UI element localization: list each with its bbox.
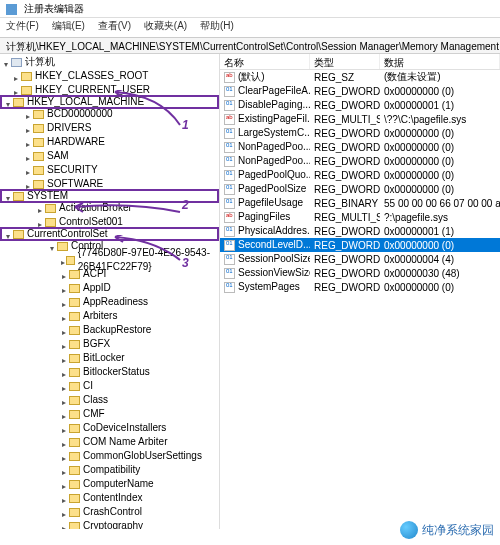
value-row[interactable]: SessionPoolSizeREG_DWORD0x00000004 (4): [220, 252, 500, 266]
chevron-right-icon[interactable]: ▸: [12, 86, 20, 94]
tree-item[interactable]: ▸Arbiters: [0, 309, 219, 323]
chevron-right-icon[interactable]: ▸: [60, 298, 68, 306]
value-row[interactable]: DisablePaging...REG_DWORD0x00000001 (1): [220, 98, 500, 112]
value-name[interactable]: SecondLevelD...: [220, 239, 310, 251]
tree-item[interactable]: ▸BitLocker: [0, 351, 219, 365]
chevron-down-icon[interactable]: ▾: [48, 242, 56, 250]
tree-item-hkcr[interactable]: ▸ HKEY_CLASSES_ROOT: [0, 69, 219, 83]
column-name[interactable]: 名称: [220, 54, 310, 69]
chevron-right-icon[interactable]: ▸: [60, 508, 68, 516]
chevron-right-icon[interactable]: ▸: [60, 466, 68, 474]
tree-item[interactable]: ▸CoDeviceInstallers: [0, 421, 219, 435]
value-name[interactable]: PagedPoolSize: [220, 183, 310, 195]
chevron-right-icon[interactable]: ▸: [24, 166, 32, 174]
chevron-right-icon[interactable]: ▸: [60, 410, 68, 418]
tree-item-label[interactable]: ContentIndex: [83, 491, 143, 505]
tree-item[interactable]: ▸Compatibility: [0, 463, 219, 477]
menu-favorites[interactable]: 收藏夹(A): [144, 20, 187, 31]
tree-item[interactable]: ▸ContentIndex: [0, 491, 219, 505]
chevron-right-icon[interactable]: ▸: [60, 438, 68, 446]
menu-edit[interactable]: 编辑(E): [52, 20, 85, 31]
value-name[interactable]: PhysicalAddres...: [220, 225, 310, 237]
tree-item-label[interactable]: BGFX: [83, 337, 110, 351]
chevron-right-icon[interactable]: ▸: [60, 494, 68, 502]
address-bar[interactable]: 计算机\HKEY_LOCAL_MACHINE\SYSTEM\CurrentCon…: [0, 38, 500, 54]
chevron-right-icon[interactable]: ▸: [24, 138, 32, 146]
chevron-right-icon[interactable]: ▸: [60, 326, 68, 334]
chevron-down-icon[interactable]: ▾: [4, 192, 12, 200]
tree-item[interactable]: ▸HARDWARE: [0, 135, 219, 149]
chevron-right-icon[interactable]: ▸: [60, 270, 68, 278]
value-row[interactable]: NonPagedPoo...REG_DWORD0x00000000 (0): [220, 140, 500, 154]
tree-item[interactable]: ▸CMF: [0, 407, 219, 421]
chevron-right-icon[interactable]: ▸: [60, 424, 68, 432]
chevron-right-icon[interactable]: ▸: [60, 480, 68, 488]
tree-item-label[interactable]: CI: [83, 379, 93, 393]
chevron-right-icon[interactable]: ▸: [60, 312, 68, 320]
tree-item-label[interactable]: BackupRestore: [83, 323, 151, 337]
value-name[interactable]: SessionViewSize: [220, 267, 310, 279]
chevron-right-icon[interactable]: ▸: [60, 284, 68, 292]
value-row[interactable]: PagedPoolSizeREG_DWORD0x00000000 (0): [220, 182, 500, 196]
chevron-right-icon[interactable]: ▸: [60, 256, 65, 264]
value-row[interactable]: PagedPoolQuo...REG_DWORD0x00000000 (0): [220, 168, 500, 182]
chevron-right-icon[interactable]: ▸: [12, 72, 20, 80]
value-row[interactable]: LargeSystemC...REG_DWORD0x00000000 (0): [220, 126, 500, 140]
value-row[interactable]: PagingFilesREG_MULTI_SZ?:\pagefile.sys: [220, 210, 500, 224]
chevron-right-icon[interactable]: ▸: [60, 368, 68, 376]
tree-item-hklm[interactable]: ▾ HKEY_LOCAL_MACHINE: [0, 95, 219, 109]
value-row[interactable]: SecondLevelD...REG_DWORD0x00000000 (0): [220, 238, 500, 252]
value-row[interactable]: SessionViewSizeREG_DWORD0x00000030 (48): [220, 266, 500, 280]
tree-item-label[interactable]: Cryptography: [83, 519, 143, 529]
chevron-down-icon[interactable]: ▾: [4, 230, 12, 238]
chevron-right-icon[interactable]: ▸: [24, 180, 32, 188]
tree-item-label[interactable]: AppReadiness: [83, 295, 148, 309]
tree-item[interactable]: ▸BitlockerStatus: [0, 365, 219, 379]
tree-item[interactable]: ▸CrashControl: [0, 505, 219, 519]
value-name[interactable]: LargeSystemC...: [220, 127, 310, 139]
value-row[interactable]: ExistingPageFil...REG_MULTI_SZ\??\C:\pag…: [220, 112, 500, 126]
tree-item[interactable]: ▸SECURITY: [0, 163, 219, 177]
tree-item[interactable]: ▸AppReadiness: [0, 295, 219, 309]
chevron-right-icon[interactable]: ▸: [60, 354, 68, 362]
value-row[interactable]: SystemPagesREG_DWORD0x00000000 (0): [220, 280, 500, 294]
tree-item[interactable]: ▸Cryptography: [0, 519, 219, 529]
value-name[interactable]: PagingFiles: [220, 211, 310, 223]
value-name[interactable]: NonPagedPoo...: [220, 141, 310, 153]
tree-item[interactable]: ▸CI: [0, 379, 219, 393]
tree-item-label[interactable]: Compatibility: [83, 463, 140, 477]
value-name[interactable]: ClearPageFileA...: [220, 85, 310, 97]
value-row[interactable]: ClearPageFileA...REG_DWORD0x00000000 (0): [220, 84, 500, 98]
column-type[interactable]: 类型: [310, 54, 380, 69]
tree-item-label[interactable]: CoDeviceInstallers: [83, 421, 166, 435]
tree-item-label[interactable]: COM Name Arbiter: [83, 435, 167, 449]
value-row[interactable]: PhysicalAddres...REG_DWORD0x00000001 (1): [220, 224, 500, 238]
menu-view[interactable]: 查看(V): [98, 20, 131, 31]
tree-item-currentcontrolset[interactable]: ▾ CurrentControlSet: [0, 227, 219, 241]
tree-root[interactable]: ▾ 计算机: [0, 55, 219, 69]
tree-item-label[interactable]: BitLocker: [83, 351, 125, 365]
chevron-right-icon[interactable]: ▸: [60, 382, 68, 390]
tree-item[interactable]: ▸ComputerName: [0, 477, 219, 491]
value-name[interactable]: PagedPoolQuo...: [220, 169, 310, 181]
chevron-right-icon[interactable]: ▸: [60, 522, 68, 529]
tree-item-label[interactable]: Class: [83, 393, 108, 407]
value-name[interactable]: SessionPoolSize: [220, 253, 310, 265]
tree-item[interactable]: ▸BackupRestore: [0, 323, 219, 337]
values-pane[interactable]: 名称 类型 数据 (默认)REG_SZ(数值未设置)ClearPageFileA…: [220, 54, 500, 529]
tree-item-label[interactable]: CommonGlobUserSettings: [83, 449, 202, 463]
chevron-right-icon[interactable]: ▸: [24, 124, 32, 132]
value-row[interactable]: PagefileUsageREG_BINARY55 00 00 00 66 07…: [220, 196, 500, 210]
chevron-right-icon[interactable]: ▸: [60, 340, 68, 348]
value-name[interactable]: (默认): [220, 70, 310, 84]
value-name[interactable]: SystemPages: [220, 281, 310, 293]
chevron-right-icon[interactable]: ▸: [36, 218, 44, 226]
value-name[interactable]: ExistingPageFil...: [220, 113, 310, 125]
chevron-right-icon[interactable]: ▸: [36, 204, 44, 212]
tree-item-label[interactable]: ComputerName: [83, 477, 154, 491]
value-row[interactable]: (默认)REG_SZ(数值未设置): [220, 70, 500, 84]
tree-item-label[interactable]: AppID: [83, 281, 111, 295]
value-name[interactable]: NonPagedPoo...: [220, 155, 310, 167]
tree-item[interactable]: ▸AppID: [0, 281, 219, 295]
tree-item-label[interactable]: ACPI: [83, 267, 106, 281]
